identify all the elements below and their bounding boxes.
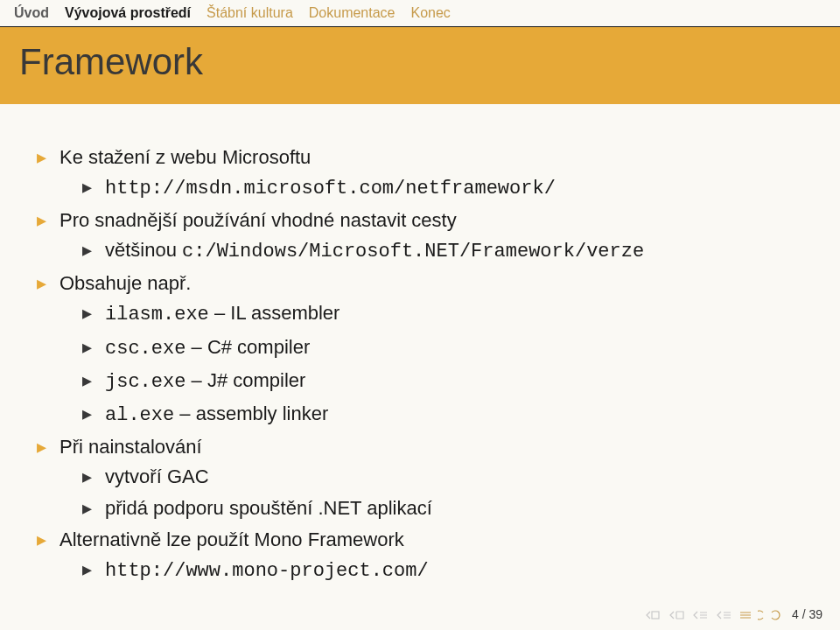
- footer: 4 / 39: [645, 607, 822, 621]
- list-item: Při nainstalování vytvoří GAC přidá podp…: [60, 432, 805, 523]
- list-text: http://www.mono-project.com/: [105, 560, 429, 582]
- list-text: většinou: [105, 239, 182, 261]
- list-text: http://msdn.microsoft.com/netframework/: [105, 178, 556, 200]
- nav-first-icon[interactable]: [645, 608, 662, 621]
- list-item: vytvoří GAC: [105, 462, 805, 492]
- title-bar: Framework: [0, 27, 840, 104]
- list-text: Ke stažení z webu Microsoftu: [60, 146, 311, 168]
- list-item: al.exe – assembly linker: [105, 399, 805, 430]
- nav-item-konec[interactable]: Konec: [411, 5, 451, 21]
- nav-item-stabni[interactable]: Štábní kultura: [206, 5, 293, 21]
- list-text: vytvoří GAC: [105, 466, 209, 487]
- list-item: Ke stažení z webu Microsoftu http://msdn…: [60, 143, 805, 204]
- list-item: přidá podporu spouštění .NET aplikací: [105, 494, 805, 523]
- list-text-tt: c:/Windows/Microsoft.NET/Framework/verze: [182, 241, 644, 262]
- list-text-tt: ilasm.exe: [105, 304, 209, 326]
- nav-back-icon[interactable]: [692, 608, 710, 621]
- list-item: ilasm.exe – IL assembler: [105, 298, 805, 330]
- list-text: – J# compiler: [186, 369, 305, 391]
- nav-item-vyvojova[interactable]: Vývojová prostředí: [65, 5, 191, 21]
- page-title: Framework: [19, 41, 821, 83]
- list-text: Alternativně lze použít Mono Framework: [60, 528, 404, 550]
- list-text: – assembly linker: [174, 402, 328, 424]
- nav-item-dokumentace[interactable]: Dokumentace: [309, 5, 396, 21]
- page-counter: 4 / 39: [787, 607, 822, 621]
- list-item: Pro snadnější používání vhodné nastavit …: [60, 206, 805, 267]
- list-text-tt: csc.exe: [105, 338, 186, 360]
- nav-menu-icon[interactable]: [739, 608, 752, 621]
- list-item: Alternativně lze použít Mono Framework h…: [60, 525, 805, 586]
- list-text: – C# compiler: [186, 336, 310, 358]
- list-text-tt: al.exe: [105, 404, 174, 426]
- list-item: http://msdn.microsoft.com/netframework/: [105, 172, 805, 204]
- list-item: http://www.mono-project.com/: [105, 555, 805, 586]
- nav-undo-icon[interactable]: [758, 607, 780, 621]
- nav-prev-icon[interactable]: [668, 608, 686, 621]
- list-text: – IL assembler: [209, 302, 340, 324]
- navbar: Úvod Vývojová prostředí Štábní kultura D…: [0, 0, 840, 26]
- list-item: většinou c:/Windows/Microsoft.NET/Framew…: [105, 235, 805, 267]
- list-item: csc.exe – C# compiler: [105, 332, 805, 364]
- content: Ke stažení z webu Microsoftu http://msdn…: [0, 104, 840, 606]
- list-text-tt: jsc.exe: [105, 371, 186, 393]
- list-item: jsc.exe – J# compiler: [105, 366, 805, 397]
- list-text: Obsahuje např.: [60, 272, 191, 294]
- list-text: Pro snadnější používání vhodné nastavit …: [60, 209, 457, 231]
- nav-item-uvod[interactable]: Úvod: [14, 5, 49, 21]
- list-text: Při nainstalování: [60, 436, 202, 458]
- list-text: přidá podporu spouštění .NET aplikací: [105, 497, 432, 519]
- list-item: Obsahuje např. ilasm.exe – IL assembler …: [60, 269, 805, 430]
- nav-fwd-icon[interactable]: [716, 608, 733, 621]
- svg-rect-0: [652, 612, 659, 619]
